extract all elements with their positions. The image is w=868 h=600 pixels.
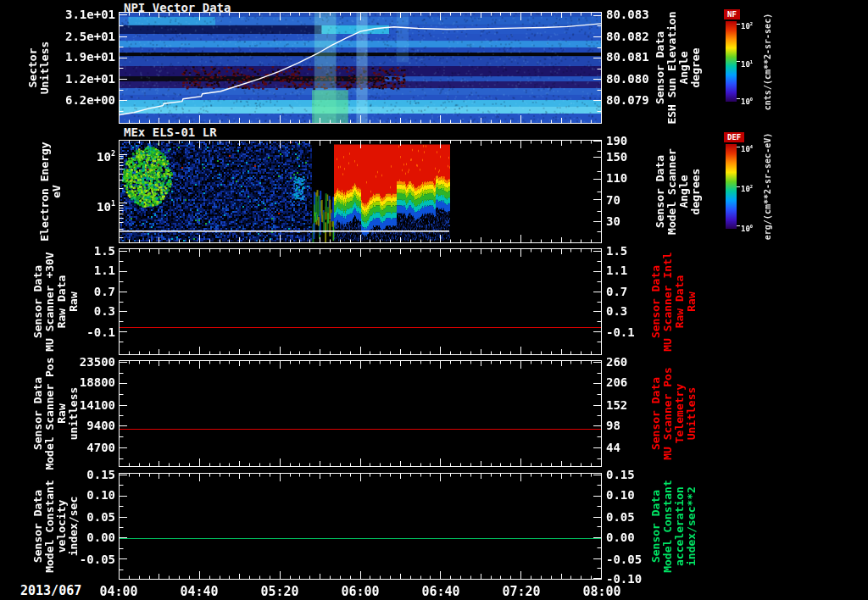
y-tick-label: 0.3 [58,306,115,317]
axis-label-line: Model Scanner Pos [44,350,56,477]
x-tick-label: 06:40 [411,584,470,599]
axis-label-line: Sensor Data [32,238,44,365]
axis-label-line: ESH Sun Elevation [666,4,678,131]
axis-label-line: Sensor Data [32,463,44,590]
right-tick-label: 260 [606,357,659,368]
right-tick-label: 150 [606,152,659,163]
y-tick-label: 14100 [58,400,115,411]
y-tick-label: 4700 [58,442,115,453]
axis-label-line: Telemetry [674,350,686,477]
axis-label-line: Raw Data [674,238,686,365]
axis-label-line: Raw [56,350,68,477]
y-tick-label: 0.05 [58,512,115,523]
y-tick-label: 1.9e+01 [58,52,115,63]
x-tick-label: 04:00 [89,584,148,599]
y-tick-label: 1.2e+01 [58,74,115,85]
axis-label-line: unitless [68,350,80,477]
y-tick-label: -0.05 [58,554,115,565]
x-tick-label: 06:00 [331,584,390,599]
x-tick-label: 04:40 [170,584,229,599]
axis-label-line: Unitless [39,4,51,131]
axis-label-line: Sector [27,4,39,131]
y-tick-label: 0.7 [58,286,115,297]
axis-label-line: degree [690,4,702,131]
axis-label-line: erg/(cm**2-sr-sec-eV) [762,123,774,250]
axis-label-line: Unitless [686,350,698,477]
axis-label-line: acceleration [674,463,686,590]
axis-label-line: Raw Data [56,238,68,365]
axis-label-line: Sensor Data [654,4,666,131]
exponent: 0 [750,97,753,102]
colorbar-tick-label: 102 [741,19,753,31]
axis-label-line: Sensor Data [650,238,662,365]
y-tick-label: 23500 [58,357,115,368]
rotated-axis-label: Sensor DataMU Scanner PosTelemetryUnitle… [650,350,698,477]
axis-label-line: eV [51,128,63,255]
rotated-axis-label: Electron EnergyeV [39,128,63,255]
axis-label-line: Model Constant [44,463,56,590]
y-tick-label: 0.15 [58,469,115,481]
rotated-axis-label: Sensor DataModel ScannerAngledegrees [654,128,702,255]
y-tick-label: 18800 [58,377,115,388]
axis-label-line: Raw [686,238,698,365]
x-tick-label: 08:00 [572,584,632,599]
right-tick-label: 0.05 [606,512,659,523]
axis-label-line: Sensor Data [32,350,44,477]
right-tick-label: 0.15 [606,469,659,481]
colorbar-tick-label: 100 [741,95,753,106]
axis-label-line: Angle [678,128,690,255]
rotated-axis-label: cnts/(cm**2-sr-sec) [762,0,774,125]
axis-label-line: Sensor Data [650,350,662,477]
colorbar-tick-label: 101 [741,58,753,69]
y-tick-label: 6.2e+00 [58,95,115,106]
rotated-axis-label: erg/(cm**2-sr-sec-eV) [762,123,774,250]
right-tick-label: 1.1 [606,265,659,276]
y-tick-label: 1.5 [58,246,115,257]
right-tick-label: 0.7 [606,286,659,297]
axis-label-line: MU Scanner +30V [44,238,56,365]
y-tick-label: 0.10 [58,490,115,501]
axis-label-line: Model Scanner [666,128,678,255]
rotated-axis-label: SectorUnitless [27,4,51,131]
right-tick-label: 70 [606,195,659,206]
right-tick-label: 1.5 [606,246,659,257]
axis-label-line: degrees [690,128,702,255]
right-tick-label: 110 [606,173,659,184]
exponent: 2 [750,184,753,189]
axis-label-line: index/sec [68,463,80,590]
y-tick-label: 2.5e+01 [58,31,115,42]
right-tick-label: 80.083 [606,9,659,20]
right-tick-label: 80.082 [606,31,659,42]
colorbar-tick-label: 104 [741,142,753,153]
right-tick-label: 80.080 [606,74,659,85]
right-tick-label: 30 [606,216,659,227]
right-tick-label: 0.10 [606,490,659,501]
y-tick-label: 9400 [58,420,115,431]
right-tick-label: 0.00 [606,532,659,543]
colorbar-tick-label: 102 [741,182,753,193]
right-tick-label: 152 [606,400,659,411]
exponent: 0 [750,224,753,229]
right-tick-label: -0.05 [606,554,659,565]
colorbar-tick-label: 100 [741,222,753,233]
right-tick-label: 190 [606,136,659,147]
axis-label-line: MU Scanner Pos [662,350,674,477]
exponent: 2 [111,149,115,158]
exponent: 1 [750,59,753,64]
y-tick-label: 102 [58,148,115,163]
axis-label-line: index/sec**2 [686,463,698,590]
rotated-axis-label: Sensor DataMU Scanner +30VRaw DataRaw [32,238,80,365]
axis-label-line: Sensor Data [654,128,666,255]
y-tick-label: 0.00 [58,532,115,543]
right-tick-label: -0.10 [606,574,659,585]
exponent: 2 [750,21,753,26]
axis-label-line: Sensor Data [650,463,662,590]
axis-label-line: cnts/(cm**2-sr-sec) [762,0,774,125]
y-tick-label: 101 [58,198,115,213]
rotated-axis-label: Sensor DataESH Sun ElevationAngledegree [654,4,702,131]
y-tick-label: -0.1 [58,327,115,338]
rotated-axis-label: Sensor DataModel Constantvelocityindex/s… [32,463,80,590]
axis-label-line: velocity [56,463,68,590]
rotated-axis-label: Sensor DataModel Constantaccelerationind… [650,463,698,590]
axis-label-line: Raw [68,238,80,365]
